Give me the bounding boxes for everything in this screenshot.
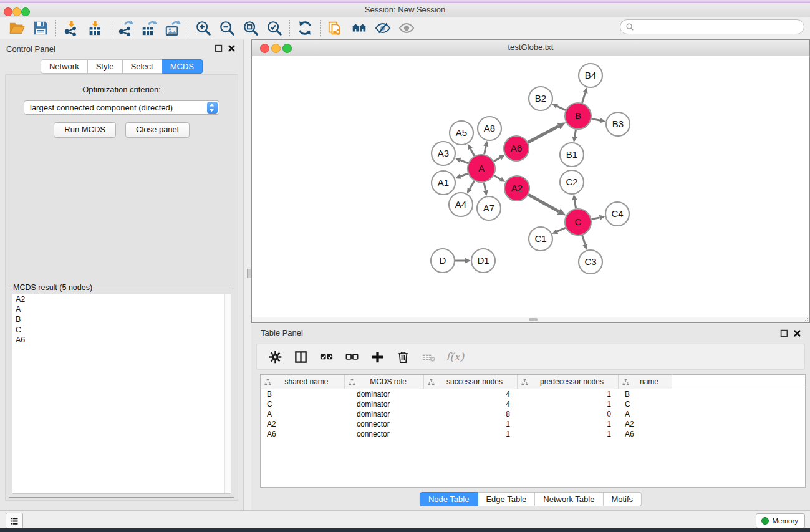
close-panel-button[interactable]: Close panel <box>125 122 190 138</box>
criterion-dropdown[interactable]: largest connected component (directed) <box>24 100 219 115</box>
home-button[interactable] <box>347 19 371 37</box>
table-cell[interactable]: B <box>619 389 672 399</box>
graph-edge-A-A4[interactable] <box>470 181 474 189</box>
table-row[interactable]: A2connector11A2 <box>261 419 805 429</box>
zoom-fit-button[interactable] <box>239 19 263 37</box>
table-cell[interactable]: connector <box>345 429 424 439</box>
network-canvas[interactable]: AA1A3A4A5A7A8A6A2BB1B2B3B4CC1C2C3C4DD1 <box>252 56 809 317</box>
graph-edge-C-C3[interactable] <box>582 235 586 244</box>
result-list-item[interactable]: C <box>12 325 231 335</box>
graph-edge-A-A6[interactable] <box>494 158 500 162</box>
graph-edge-B-B3[interactable] <box>592 118 600 120</box>
memory-button[interactable]: Memory <box>756 513 805 528</box>
network-hscrollbar[interactable] <box>252 317 809 322</box>
search-input[interactable] <box>634 22 804 31</box>
graph-edge-A-A2[interactable] <box>494 175 501 179</box>
result-list-item[interactable]: B <box>12 314 231 324</box>
result-list-item[interactable]: A2 <box>12 294 231 304</box>
toggle-graphics-details-button[interactable] <box>371 19 395 37</box>
table-cell[interactable]: dominator <box>345 389 424 399</box>
deselect-all-rows-button[interactable] <box>344 349 360 365</box>
graph-edge-A6-B[interactable] <box>528 126 559 142</box>
column-header-MCDS-role[interactable]: MCDS role <box>345 375 424 389</box>
table-cell[interactable]: A6 <box>619 429 672 439</box>
table-cell[interactable]: A <box>261 409 345 419</box>
export-table-button[interactable] <box>137 19 161 37</box>
table-cell[interactable]: 4 <box>424 389 518 399</box>
import-table-button[interactable] <box>83 19 107 37</box>
close-panel-icon[interactable] <box>793 329 801 337</box>
table-cell[interactable]: 1 <box>518 419 619 429</box>
table-row[interactable]: Cdominator41C <box>261 399 805 409</box>
table-cell[interactable]: B <box>261 389 345 399</box>
refresh-view-button[interactable] <box>293 19 317 37</box>
graph-edge-C-C4[interactable] <box>592 218 600 220</box>
zoom-out-button[interactable] <box>215 19 239 37</box>
table-cell[interactable]: dominator <box>345 409 424 419</box>
tab-edge-table[interactable]: Edge Table <box>478 492 535 506</box>
network-from-file-button[interactable] <box>324 19 347 37</box>
column-visibility-button[interactable] <box>292 349 309 365</box>
tab-motifs[interactable]: Motifs <box>603 492 642 506</box>
graph-edge-A-A8[interactable] <box>485 146 486 154</box>
resize-grip-icon[interactable] <box>803 317 809 322</box>
table-cell[interactable]: 0 <box>518 409 619 419</box>
table-cell[interactable]: 1 <box>424 419 518 429</box>
tab-mcds[interactable]: MCDS <box>162 59 203 74</box>
run-mcds-button[interactable]: Run MCDS <box>54 122 116 138</box>
export-network-button[interactable] <box>113 19 137 37</box>
table-cell[interactable]: 1 <box>518 399 619 409</box>
table-cell[interactable]: C <box>619 399 672 409</box>
result-list-item[interactable]: A <box>12 304 231 314</box>
search-box[interactable] <box>620 19 804 34</box>
table-cell[interactable]: 8 <box>424 409 518 419</box>
result-list-item[interactable]: A6 <box>12 335 231 345</box>
tab-style[interactable]: Style <box>88 59 123 74</box>
table-row[interactable]: A6connector11A6 <box>261 429 805 439</box>
graph-edge-A-A1[interactable] <box>460 173 468 177</box>
table-settings-gear-button[interactable] <box>267 349 283 365</box>
tab-network[interactable]: Network <box>41 59 88 74</box>
zoom-selected-button[interactable] <box>263 19 286 37</box>
task-history-button[interactable] <box>6 513 23 529</box>
table-cell[interactable]: 1 <box>518 389 619 399</box>
graph-edge-C-C1[interactable] <box>557 228 565 231</box>
delete-column-button[interactable] <box>395 349 411 365</box>
add-column-button[interactable] <box>369 349 385 365</box>
table-row[interactable]: Adominator80A <box>261 409 805 419</box>
network-hscroll-thumb[interactable] <box>529 318 538 321</box>
table-cell[interactable]: dominator <box>345 399 424 409</box>
result-list-scrollbar[interactable] <box>224 294 231 493</box>
graph-edge-B-B2[interactable] <box>557 106 566 110</box>
zoom-in-button[interactable] <box>191 19 215 37</box>
tab-select[interactable]: Select <box>123 59 162 74</box>
column-header-name[interactable]: name <box>619 375 672 389</box>
table-cell[interactable]: A2 <box>619 419 672 429</box>
column-header-successor-nodes[interactable]: successor nodes <box>424 375 518 389</box>
column-header-predecessor-nodes[interactable]: predecessor nodes <box>518 375 619 389</box>
table-row[interactable]: Bdominator41B <box>261 389 805 399</box>
graph-edge-A2-C[interactable] <box>528 195 559 211</box>
export-image-button[interactable] <box>161 19 185 37</box>
open-session-button[interactable] <box>5 19 29 37</box>
table-cell[interactable]: 4 <box>424 399 518 409</box>
graph-edge-A-A3[interactable] <box>460 160 468 163</box>
save-session-button[interactable] <box>29 19 52 37</box>
table-cell[interactable]: connector <box>345 419 424 429</box>
import-network-button[interactable] <box>59 19 83 37</box>
table-cell[interactable]: 1 <box>518 429 619 439</box>
graph-edge-C-C2[interactable] <box>574 200 576 209</box>
table-cell[interactable]: C <box>261 399 345 409</box>
graph-edge-B-B1[interactable] <box>575 130 576 137</box>
float-panel-icon[interactable] <box>215 44 223 52</box>
table-cell[interactable]: A <box>619 409 672 419</box>
mcds-result-list[interactable]: A2ABCA6 <box>12 294 231 494</box>
tab-node-table[interactable]: Node Table <box>420 492 478 506</box>
tab-network-table[interactable]: Network Table <box>535 492 603 506</box>
graph-edge-B-B4[interactable] <box>582 93 585 103</box>
column-header-shared-name[interactable]: shared name <box>261 375 345 389</box>
graph-edge-A-A7[interactable] <box>484 183 485 191</box>
close-panel-icon[interactable] <box>228 44 236 52</box>
float-panel-icon[interactable] <box>780 329 788 337</box>
table-cell[interactable]: A2 <box>261 419 345 429</box>
